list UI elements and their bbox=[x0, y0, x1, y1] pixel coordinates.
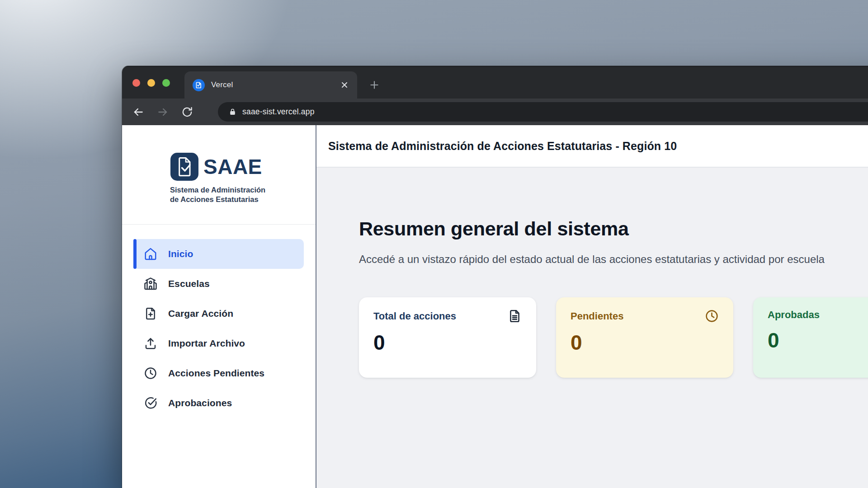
address-bar[interactable]: saae-sist.vercel.app bbox=[218, 102, 868, 122]
card-value: 0 bbox=[571, 330, 719, 355]
back-button[interactable] bbox=[132, 106, 144, 118]
summary-cards: Total de acciones 0 Pendientes bbox=[359, 297, 868, 378]
section-subtitle: Accedé a un vistazo rápido del estado ac… bbox=[359, 253, 868, 266]
card-title: Pendientes bbox=[571, 310, 623, 322]
tab-favicon-icon bbox=[193, 79, 205, 91]
check-circle-icon bbox=[144, 396, 157, 410]
sidebar-item-acciones-pendientes[interactable]: Acciones Pendientes bbox=[133, 358, 304, 388]
new-tab-button[interactable] bbox=[364, 75, 384, 95]
tab-title: Vercel bbox=[211, 80, 340, 89]
card-aprobadas: Aprobadas 0 bbox=[753, 297, 868, 378]
lock-icon bbox=[229, 108, 236, 116]
sidebar-item-label: Aprobaciones bbox=[168, 398, 232, 408]
sidebar-item-importar-archivo[interactable]: Importar Archivo bbox=[133, 328, 304, 358]
school-icon bbox=[144, 277, 157, 291]
app-subtitle-line1: Sistema de Administración bbox=[170, 185, 268, 195]
card-title: Aprobadas bbox=[768, 309, 820, 321]
clock-icon bbox=[705, 309, 719, 323]
sidebar-item-label: Escuelas bbox=[168, 278, 210, 289]
main-content: Resumen general del sistema Accedé a un … bbox=[316, 168, 868, 488]
clock-icon bbox=[144, 366, 157, 380]
app-subtitle-line2: de Acciones Estatutarias bbox=[170, 195, 268, 204]
card-value: 0 bbox=[768, 328, 868, 352]
saae-logo-icon bbox=[170, 152, 199, 181]
main-header: Sistema de Administración de Acciones Es… bbox=[316, 125, 868, 168]
browser-tab[interactable]: Vercel bbox=[184, 71, 357, 99]
sidebar-item-aprobaciones[interactable]: Aprobaciones bbox=[133, 388, 304, 418]
app-acronym: SAAE bbox=[203, 155, 262, 179]
traffic-lights bbox=[132, 79, 170, 87]
sidebar-item-escuelas[interactable]: Escuelas bbox=[133, 269, 304, 299]
card-total-acciones: Total de acciones 0 bbox=[359, 297, 536, 378]
card-pendientes: Pendientes 0 bbox=[556, 297, 733, 378]
sidebar-item-label: Inicio bbox=[168, 249, 193, 259]
tab-strip: Vercel bbox=[122, 66, 868, 99]
tab-close-icon[interactable] bbox=[340, 80, 349, 89]
section-title: Resumen general del sistema bbox=[359, 218, 868, 239]
document-icon bbox=[508, 309, 522, 323]
browser-window: Vercel saae-sist.vercel.app bbox=[122, 66, 868, 488]
home-icon bbox=[144, 247, 157, 261]
forward-button[interactable] bbox=[157, 106, 169, 118]
sidebar-item-inicio[interactable]: Inicio bbox=[133, 239, 304, 269]
sidebar-item-cargar-accion[interactable]: Cargar Acción bbox=[133, 299, 304, 328]
page-title: Sistema de Administración de Acciones Es… bbox=[328, 140, 677, 153]
sidebar-item-label: Importar Archivo bbox=[168, 338, 245, 349]
card-value: 0 bbox=[373, 330, 522, 355]
browser-toolbar: saae-sist.vercel.app bbox=[122, 99, 868, 125]
sidebar-nav: Inicio Escuelas Cargar Acción bbox=[122, 225, 316, 418]
app-logo: SAAE Sistema de Administración de Accion… bbox=[122, 125, 316, 225]
close-window-button[interactable] bbox=[132, 79, 140, 87]
file-plus-icon bbox=[144, 307, 157, 320]
card-title: Total de acciones bbox=[373, 310, 456, 322]
page-body: SAAE Sistema de Administración de Accion… bbox=[122, 125, 868, 488]
main-area: Sistema de Administración de Acciones Es… bbox=[316, 125, 868, 488]
upload-icon bbox=[144, 337, 157, 350]
url-text: saae-sist.vercel.app bbox=[242, 107, 315, 117]
sidebar-item-label: Acciones Pendientes bbox=[168, 368, 264, 379]
zoom-window-button[interactable] bbox=[162, 79, 170, 87]
reload-button[interactable] bbox=[181, 106, 193, 118]
sidebar: SAAE Sistema de Administración de Accion… bbox=[122, 125, 316, 488]
minimize-window-button[interactable] bbox=[147, 79, 155, 87]
sidebar-item-label: Cargar Acción bbox=[168, 308, 233, 319]
